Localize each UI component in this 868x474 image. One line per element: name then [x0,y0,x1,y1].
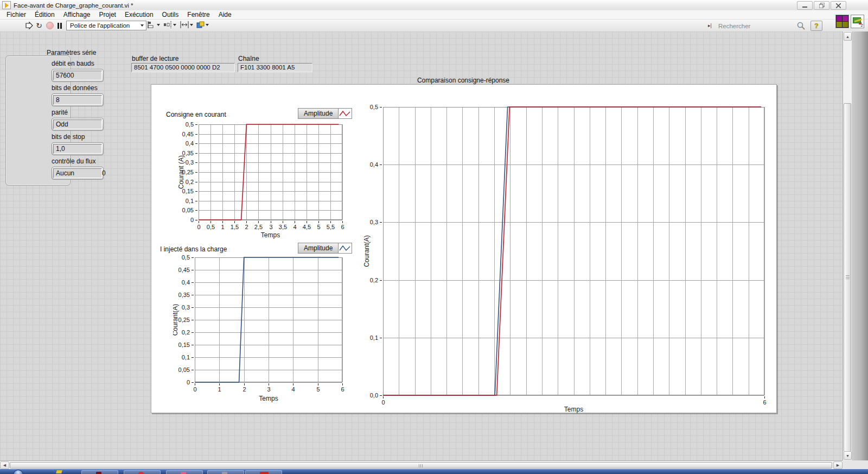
svg-text:3,5: 3,5 [279,224,287,230]
menu-edition[interactable]: Édition [30,10,59,20]
scroll-down-icon[interactable]: ▼ [844,451,852,460]
run-continuous-button[interactable]: ↻ [34,21,44,30]
line-style-icon [339,110,351,117]
parity-field[interactable]: Odd [52,118,104,131]
taskbar[interactable] [0,469,868,474]
search-icon[interactable] [795,21,806,30]
taskbar-button[interactable] [245,470,282,474]
titlebar[interactable]: Face-avant de Charge_graphe_courant.vi * [0,0,868,11]
svg-text:3: 3 [269,224,272,230]
menu-affichage[interactable]: Affichage [59,10,95,20]
reorder-dropdown[interactable] [196,21,209,29]
stop-button[interactable] [46,21,54,30]
comparison-chart-plot[interactable]: 060,00,10,20,30,40,5TempsCourant(A) [361,103,778,416]
svg-text:0,5: 0,5 [370,104,378,110]
chaine-field[interactable]: F101 3300 8001 A5 [238,63,312,72]
scroll-up-icon[interactable]: ▲ [844,32,852,41]
taskbar-tray-icon[interactable] [56,470,62,473]
resize-objects-icon [180,21,189,28]
svg-text:0,1: 0,1 [370,334,378,341]
menu-outils[interactable]: Outils [158,10,183,20]
read-buffer-field[interactable]: 8501 4700 0500 0000 0000 D2 [131,63,235,72]
stop-bits-field[interactable]: 1,0 [52,142,104,155]
chevron-down-icon [141,24,144,27]
menubar: Fichier Édition Affichage Projet Exécuti… [0,10,868,20]
svg-text:0: 0 [381,399,385,406]
menu-fichier[interactable]: Fichier [2,10,30,20]
svg-text:0,2: 0,2 [186,179,194,185]
svg-text:0,3: 0,3 [370,219,378,225]
minimize-button[interactable] [797,1,813,10]
window-frame-edge [852,31,868,460]
svg-text:3: 3 [267,386,270,393]
close-button[interactable] [831,1,846,10]
run-button[interactable] [24,21,34,30]
flow-control-field[interactable]: Aucun [52,167,104,180]
injecte-legend-label[interactable]: Amplitude [298,243,339,254]
horizontal-scrollbar-thumb[interactable] [10,462,832,469]
align-objects-icon [148,21,156,28]
vertical-scrollbar-thumb[interactable] [844,103,851,452]
svg-text:0,4: 0,4 [370,161,378,168]
help-button[interactable]: ? [810,21,822,31]
svg-text:5: 5 [316,386,320,393]
svg-text:Courant(A): Courant(A) [363,235,371,267]
menu-projet[interactable]: Projet [95,10,120,20]
svg-text:Temps: Temps [259,395,278,402]
baud-rate-field[interactable]: 57600 [52,69,104,82]
parity-label: parité [52,109,68,116]
menu-fenetre[interactable]: Fenêtre [183,10,214,20]
parity-value[interactable]: Odd [53,119,102,129]
restore-button[interactable] [814,1,829,10]
svg-text:0,05: 0,05 [182,207,194,213]
data-bits-label: bits de données [52,84,98,92]
taskbar-button[interactable] [81,470,118,474]
menu-aide[interactable]: Aide [214,10,236,20]
comparison-panel: Consigne en courant Amplitude 00,511,522… [151,84,777,413]
vertical-scrollbar[interactable]: ▲ ▼ [843,31,852,460]
pause-button[interactable] [55,21,64,30]
distribute-objects-dropdown[interactable] [164,21,176,28]
scroll-right-icon[interactable]: ▶ [833,462,843,469]
menu-execution[interactable]: Exécution [120,10,158,20]
svg-text:2: 2 [245,224,248,230]
consigne-chart-plot[interactable]: 00,511,522,533,544,555,5600,050,10,150,2… [177,120,353,242]
start-button[interactable] [13,470,23,474]
taskbar-button[interactable] [207,470,244,474]
svg-text:6: 6 [341,224,344,230]
svg-text:1: 1 [221,224,224,230]
scrollbar-corner [843,460,868,469]
flow-control-value[interactable]: Aucun [53,168,102,178]
svg-text:Courant(A): Courant(A) [173,304,179,336]
chevron-down-icon [157,24,160,26]
taskbar-button[interactable] [124,470,161,474]
taskbar-button[interactable] [166,470,203,474]
injecte-legend[interactable]: Amplitude [298,243,352,254]
resize-objects-dropdown[interactable] [180,21,193,28]
data-bits-field[interactable]: 8 [52,93,104,106]
injecte-chart-plot[interactable]: 012345600,050,10,150,20,250,30,350,40,45… [173,253,353,405]
data-bits-value[interactable]: 8 [53,95,102,105]
read-buffer-value: 8501 4700 0500 0000 0000 D2 [134,64,220,71]
svg-text:Temps: Temps [564,406,583,413]
search-input[interactable] [717,21,791,30]
vi-icon-secondary[interactable]: 2 [851,15,864,28]
front-panel: Paramètres série débit en bauds 57600 bi… [0,31,843,460]
consigne-legend[interactable]: Amplitude [298,108,352,119]
toolbar-overflow-icon[interactable]: ▸| [708,23,712,28]
align-objects-dropdown[interactable] [148,21,160,28]
horizontal-scrollbar[interactable]: ◀ ▶ [0,460,843,469]
scroll-left-icon[interactable]: ◀ [0,462,9,469]
svg-text:0,5: 0,5 [207,224,215,230]
svg-text:4: 4 [291,386,295,393]
consigne-legend-label[interactable]: Amplitude [298,108,339,119]
injecte-legend-sample[interactable] [339,243,352,254]
stop-bits-value[interactable]: 1,0 [53,144,102,154]
consigne-chart-title: Consigne en courant [166,111,226,118]
consigne-legend-sample[interactable] [339,108,352,119]
vi-icon[interactable] [835,15,849,28]
baud-rate-value[interactable]: 57600 [53,71,102,80]
font-selector[interactable]: Police de l'application 15pts [66,21,146,30]
comparison-panel-title: Comparaison consigne-réponse [151,77,776,84]
chaine-value: F101 3300 8001 A5 [240,64,295,71]
